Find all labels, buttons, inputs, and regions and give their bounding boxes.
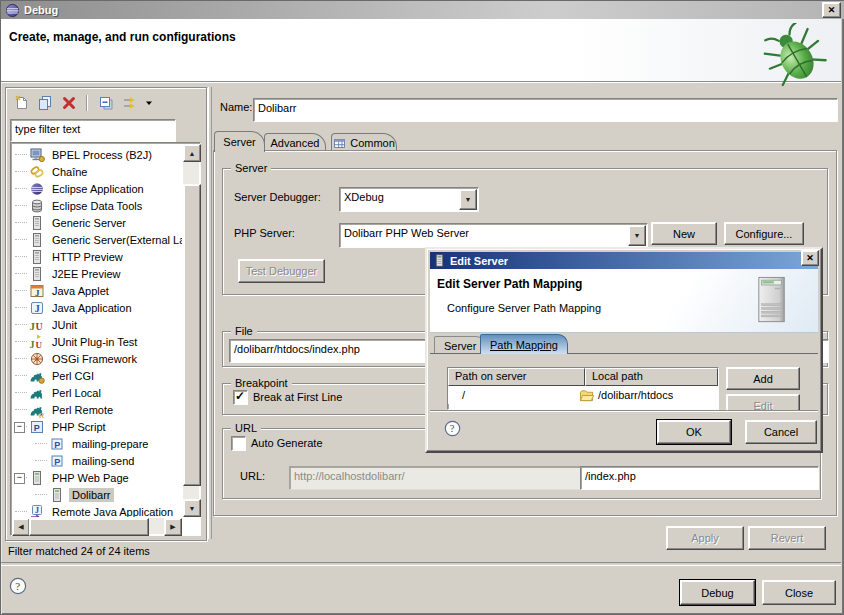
tree-item[interactable]: PHP Web Page <box>13 469 182 486</box>
expand-toggle-icon[interactable] <box>14 473 25 484</box>
server-tower-icon <box>756 274 788 326</box>
filter-configurations-icon[interactable] <box>118 93 142 113</box>
tree-item-icon <box>29 351 45 367</box>
filter-input[interactable]: type filter text <box>10 119 176 142</box>
tree-item-icon: JU <box>29 334 45 350</box>
svg-text:P: P <box>54 456 60 466</box>
new-server-button[interactable]: New <box>651 222 717 245</box>
tree-item[interactable]: J2EE Preview <box>13 265 182 282</box>
tree-item-label: mailing-send <box>69 454 137 468</box>
tree-item[interactable]: Generic Server <box>13 214 182 231</box>
tree-item-label: BPEL Process (B2J) <box>49 148 155 162</box>
svg-text:J: J <box>35 506 39 515</box>
tree-item[interactable]: J Remote Java Application <box>13 503 182 517</box>
tree-line <box>15 256 27 257</box>
tree-item-icon <box>29 215 45 231</box>
scroll-right-icon[interactable]: ▶ <box>164 518 182 536</box>
tab-server[interactable]: Server <box>214 131 265 152</box>
chevron-down-icon[interactable]: ▼ <box>628 225 646 246</box>
tree-item[interactable]: R Perl Remote <box>13 401 182 418</box>
php-server-combo[interactable]: Dolibarr PHP Web Server ▼ <box>339 223 648 248</box>
tree-item[interactable]: Perl CGI <box>13 367 182 384</box>
server-icon <box>433 254 446 267</box>
tree-item[interactable]: P mailing-prepare <box>13 435 182 452</box>
tree-item[interactable]: Dolibarr <box>13 486 182 503</box>
vertical-scroll-thumb[interactable] <box>183 184 201 486</box>
delete-configuration-icon[interactable] <box>57 93 81 113</box>
tree-item-label: PHP Web Page <box>49 471 132 485</box>
auto-generate-checkbox[interactable] <box>231 436 246 451</box>
tree-line <box>35 443 47 444</box>
horizontal-scroll-thumb[interactable] <box>29 518 149 536</box>
server-debugger-combo[interactable]: XDebug ▼ <box>339 187 479 212</box>
tree-item-icon <box>29 147 45 163</box>
new-configuration-icon[interactable] <box>9 93 33 113</box>
auto-generate-label: Auto Generate <box>251 437 323 449</box>
tree-item-label: Perl Local <box>49 386 104 400</box>
tree-item-icon <box>29 181 45 197</box>
dialog-help-icon[interactable]: ? <box>444 420 461 437</box>
tree-item-label: Java Application <box>49 301 135 315</box>
tree-vertical-scrollbar[interactable]: ▲ ▼ <box>183 144 199 517</box>
svg-text:U: U <box>36 320 43 331</box>
dialog-tab-server[interactable]: Server <box>434 336 486 354</box>
tree-item[interactable]: J Java Application <box>13 299 182 316</box>
tree-line <box>15 290 27 291</box>
tree-line <box>15 375 27 376</box>
collapse-all-icon[interactable] <box>94 93 118 113</box>
tree-item[interactable]: J Java Applet <box>13 282 182 299</box>
tree-item[interactable]: Generic Server(External La <box>13 231 182 248</box>
tree-item[interactable]: Chaîne <box>13 163 182 180</box>
help-icon[interactable]: ? <box>9 577 27 595</box>
configurations-sidebar: type filter text BPEL Process (B2J) Chaî… <box>5 87 207 541</box>
tree-item-label: OSGi Framework <box>49 352 140 366</box>
break-first-line-checkbox[interactable] <box>233 390 248 405</box>
scroll-down-icon[interactable]: ▼ <box>183 499 201 517</box>
tree-line <box>15 188 27 189</box>
expand-toggle-icon[interactable] <box>14 422 25 433</box>
window-titlebar: Debug <box>1 1 844 19</box>
dialog-tab-path-mapping[interactable]: Path Mapping <box>480 334 568 354</box>
panel-sash[interactable] <box>208 87 212 539</box>
tree-item[interactable]: P PHP Script <box>13 418 182 435</box>
url-path-input[interactable]: /index.php <box>580 466 819 490</box>
chevron-down-icon[interactable]: ▼ <box>459 189 477 210</box>
add-mapping-button[interactable]: Add <box>726 367 800 390</box>
close-button[interactable]: Close <box>762 580 836 605</box>
tree-item[interactable]: BPEL Process (B2J) <box>13 146 182 163</box>
cancel-button[interactable]: Cancel <box>745 420 817 444</box>
configuration-name-input[interactable]: Dolibarr <box>253 98 838 122</box>
tree-item-icon: P <box>49 436 65 452</box>
tree-item[interactable]: JU JUnit Plug-in Test <box>13 333 182 350</box>
scroll-up-icon[interactable]: ▲ <box>183 144 201 162</box>
tree-item-label: HTTP Preview <box>49 250 126 264</box>
server-group-legend: Server <box>231 162 271 174</box>
view-menu-icon[interactable] <box>142 93 155 113</box>
tree-item[interactable]: P mailing-send <box>13 452 182 469</box>
configure-server-button[interactable]: Configure... <box>724 222 804 245</box>
tree-item-icon <box>49 487 65 503</box>
tree-item[interactable]: Perl Local <box>13 384 182 401</box>
duplicate-configuration-icon[interactable] <box>33 93 57 113</box>
tree-item[interactable]: HTTP Preview <box>13 248 182 265</box>
breakpoint-group-legend: Breakpoint <box>231 377 292 389</box>
tree-item[interactable]: OSGi Framework <box>13 350 182 367</box>
tree-item[interactable]: JU JUnit <box>13 316 182 333</box>
tree-item-icon <box>29 249 45 265</box>
tree-horizontal-scrollbar[interactable]: ◀ ▶ <box>12 518 182 534</box>
folder-icon <box>579 389 594 402</box>
tree-item[interactable]: Eclipse Application <box>13 180 182 197</box>
url-base-input[interactable]: http://localhostdolibarr/ <box>289 466 583 490</box>
test-debugger-button[interactable]: Test Debugger <box>238 259 325 283</box>
apply-button[interactable]: Apply <box>666 526 744 550</box>
edit-server-close-button[interactable]: ✕ <box>801 250 819 266</box>
scroll-left-icon[interactable]: ◀ <box>12 518 30 536</box>
tree-item[interactable]: Eclipse Data Tools <box>13 197 182 214</box>
banner-heading: Create, manage, and run configurations <box>9 30 236 44</box>
ok-button[interactable]: OK <box>657 420 731 444</box>
debug-button[interactable]: Debug <box>680 580 755 605</box>
window-close-button[interactable]: ✕ <box>822 2 841 18</box>
column-path-on-server: Path on server <box>448 368 585 386</box>
path-mapping-row[interactable]: / /dolibarr/htdocs <box>448 386 718 404</box>
revert-button[interactable]: Revert <box>748 526 826 550</box>
